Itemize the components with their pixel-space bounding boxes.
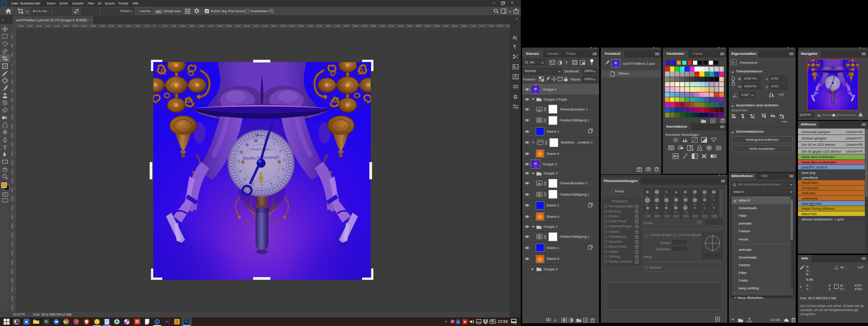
- svg-text:3: 3: [838, 82, 838, 83]
- svg-text:7: 7: [261, 184, 263, 188]
- svg-text:HANGOVERA: HANGOVERA: [250, 148, 271, 151]
- svg-text:6: 6: [270, 182, 272, 186]
- svg-text:10: 10: [255, 133, 259, 137]
- svg-text:T: T: [3, 144, 7, 150]
- svg-text:3: 3: [283, 158, 285, 162]
- svg-text:17: 17: [240, 150, 243, 154]
- svg-text:12: 12: [829, 86, 830, 87]
- svg-text:1: 1: [835, 78, 836, 79]
- svg-text:12: 12: [243, 177, 247, 181]
- svg-text:17: 17: [828, 80, 829, 81]
- svg-text:15: 15: [237, 159, 241, 163]
- svg-text:KILO: KILO: [833, 77, 834, 77]
- svg-text:2: 2: [837, 80, 837, 81]
- svg-text:20: 20: [254, 139, 258, 143]
- svg-text:5: 5: [836, 86, 837, 87]
- svg-text:20: 20: [831, 77, 832, 78]
- svg-text:4: 4: [838, 84, 838, 85]
- svg-text:19: 19: [245, 143, 249, 147]
- svg-text:i: i: [157, 320, 158, 324]
- svg-text:4: 4: [282, 167, 284, 171]
- svg-text:2: 2: [279, 149, 281, 153]
- svg-text:10: 10: [831, 76, 832, 77]
- svg-text:5: 5: [278, 176, 279, 180]
- svg-text:15: 15: [827, 82, 828, 83]
- svg-text:6: 6: [835, 87, 835, 88]
- svg-text:KILO: KILO: [260, 134, 264, 136]
- svg-text:19: 19: [829, 78, 830, 79]
- svg-text:14: 14: [238, 169, 242, 173]
- svg-text:1: 1: [273, 142, 275, 146]
- svg-text:14: 14: [827, 84, 828, 85]
